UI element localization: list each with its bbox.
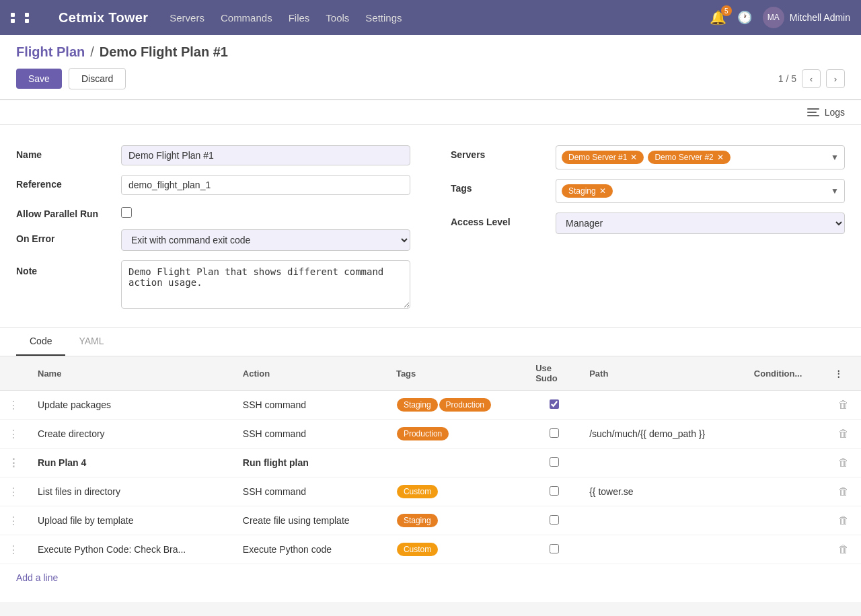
nav-right: 🔔 5 🕐 MA Mitchell Admin	[710, 7, 850, 28]
sudo-checkbox[interactable]	[550, 428, 559, 438]
row-name: Run Plan 4	[30, 449, 235, 477]
table-area: Name Action Tags Use Sudo Path Condition…	[0, 356, 861, 602]
row-delete-cell: 🗑	[826, 391, 861, 420]
tabs-area: Code YAML	[0, 328, 861, 356]
on-error-select[interactable]: Exit with command exit code	[121, 229, 410, 251]
pagination-info: 1 / 5	[778, 73, 796, 84]
tag-custom: Custom	[397, 485, 438, 498]
row-action: SSH command	[235, 391, 388, 420]
notifications-bell[interactable]: 🔔 5	[710, 9, 726, 26]
form-row-parallel: Allow Parallel Run	[16, 204, 410, 220]
row-condition	[746, 449, 826, 477]
nav-commands[interactable]: Commands	[221, 12, 272, 24]
tags-dropdown-arrow[interactable]: ▼	[831, 186, 839, 196]
servers-label: Servers	[451, 145, 545, 160]
delete-row-button[interactable]: 🗑	[834, 484, 853, 499]
row-tags: Production	[388, 420, 527, 449]
delete-row-button[interactable]: 🗑	[834, 397, 853, 412]
row-delete-cell: 🗑	[826, 449, 861, 477]
tag-staging: Staging ✕	[562, 184, 613, 198]
grid-icon[interactable]	[11, 13, 37, 23]
delete-row-button[interactable]: 🗑	[834, 426, 853, 441]
col-drag	[0, 356, 30, 391]
name-control	[121, 145, 410, 165]
server-tag-2-close[interactable]: ✕	[717, 153, 724, 162]
form-area: Name Reference Allow Parallel Run On Err…	[0, 125, 861, 328]
reference-input[interactable]	[121, 175, 410, 195]
server-tag-1: Demo Server #1 ✕	[562, 151, 644, 164]
nav-links: Servers Commands Files Tools Settings	[170, 12, 402, 24]
row-delete-cell: 🗑	[826, 506, 861, 535]
table-row: ⋮Create directorySSH commandProduction/s…	[0, 420, 861, 449]
row-tags: Custom	[388, 535, 527, 564]
delete-row-button[interactable]: 🗑	[834, 455, 853, 470]
save-button[interactable]: Save	[16, 69, 62, 89]
user-name: Mitchell Admin	[790, 12, 850, 23]
discard-button[interactable]: Discard	[69, 68, 126, 89]
col-sudo-header: Use Sudo	[527, 356, 581, 391]
row-condition	[746, 506, 826, 535]
tab-yaml[interactable]: YAML	[65, 328, 117, 356]
row-name: List files in directory	[30, 477, 235, 506]
row-tags	[388, 449, 527, 477]
name-input[interactable]	[121, 145, 410, 165]
tags-input[interactable]: Staging ✕ ▼	[556, 179, 845, 203]
parallel-run-checkbox[interactable]	[121, 207, 132, 218]
page-header: Flight Plan / Demo Flight Plan #1 Save D…	[0, 35, 861, 100]
add-line-button[interactable]: Add a line	[0, 564, 74, 591]
row-action: SSH command	[235, 420, 388, 449]
breadcrumb-parent[interactable]: Flight Plan	[16, 44, 85, 60]
col-path-header: Path	[581, 356, 746, 391]
sudo-checkbox[interactable]	[550, 457, 559, 467]
row-path	[581, 391, 746, 420]
pagination-prev[interactable]: ‹	[802, 69, 821, 88]
table-row: ⋮List files in directorySSH commandCusto…	[0, 477, 861, 506]
row-condition	[746, 420, 826, 449]
sudo-checkbox[interactable]	[550, 515, 559, 525]
access-level-select[interactable]: Manager	[556, 213, 845, 234]
sudo-checkbox[interactable]	[550, 544, 559, 553]
form-left: Name Reference Allow Parallel Run On Err…	[16, 145, 410, 311]
delete-row-button[interactable]: 🗑	[834, 542, 853, 557]
drag-handle[interactable]: ⋮	[8, 486, 19, 498]
row-action: Run flight plan	[235, 449, 388, 477]
drag-handle[interactable]: ⋮	[8, 544, 19, 555]
drag-handle[interactable]: ⋮	[8, 457, 19, 469]
sudo-checkbox[interactable]	[550, 486, 559, 496]
nav-settings[interactable]: Settings	[365, 12, 402, 24]
clock-icon[interactable]: 🕐	[737, 10, 752, 25]
user-menu[interactable]: MA Mitchell Admin	[763, 7, 850, 28]
row-path: {{ tower.se	[581, 477, 746, 506]
nav-files[interactable]: Files	[289, 12, 310, 24]
logs-button[interactable]: Logs	[807, 107, 845, 118]
drag-handle[interactable]: ⋮	[8, 428, 19, 440]
pagination-next[interactable]: ›	[826, 69, 845, 88]
row-action: SSH command	[235, 477, 388, 506]
row-sudo	[527, 391, 581, 420]
logs-bar: Logs	[0, 100, 861, 125]
tag-staging: Staging	[397, 514, 438, 527]
sudo-checkbox[interactable]	[550, 399, 559, 409]
form-row-tags: Tags Staging ✕ ▼	[451, 179, 845, 203]
delete-row-button[interactable]: 🗑	[834, 513, 853, 528]
col-actions-header: ⋮	[826, 356, 861, 391]
tags-label: Tags	[451, 179, 545, 194]
drag-handle[interactable]: ⋮	[8, 515, 19, 527]
server-tag-1-close[interactable]: ✕	[630, 153, 637, 162]
form-row-servers: Servers Demo Server #1 ✕ Demo Server #2 …	[451, 145, 845, 169]
servers-tags-input[interactable]: Demo Server #1 ✕ Demo Server #2 ✕ ▼	[556, 145, 845, 169]
nav-servers[interactable]: Servers	[170, 12, 204, 24]
form-grid: Name Reference Allow Parallel Run On Err…	[16, 145, 845, 311]
servers-dropdown-arrow[interactable]: ▼	[831, 153, 839, 162]
drag-handle[interactable]: ⋮	[8, 399, 19, 411]
table-row: ⋮Update packagesSSH commandStagingProduc…	[0, 391, 861, 420]
note-textarea[interactable]	[121, 260, 410, 309]
row-name: Update packages	[30, 391, 235, 420]
nav-tools[interactable]: Tools	[326, 12, 349, 24]
parallel-run-label: Allow Parallel Run	[16, 204, 110, 219]
tag-staging-label: Staging	[568, 186, 596, 196]
table-row: ⋮Upload file by templateCreate file usin…	[0, 506, 861, 535]
tab-code[interactable]: Code	[16, 328, 65, 356]
row-tags: Staging	[388, 506, 527, 535]
tag-staging-close[interactable]: ✕	[599, 186, 606, 196]
